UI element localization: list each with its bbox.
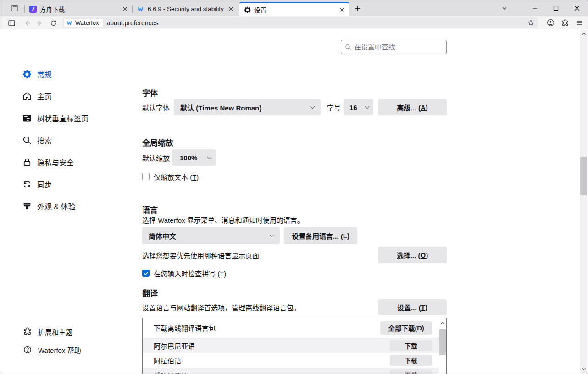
download-all-button[interactable]: 全部下载(D) [380,321,432,335]
spellcheck-checkbox[interactable] [142,270,150,277]
default-font-select[interactable]: 默认 (Times New Roman) [174,99,321,116]
sidebar-item-sync[interactable]: 同步 [22,173,137,195]
default-zoom-select[interactable]: 100% [172,149,216,166]
tab-close-icon[interactable] [338,6,345,13]
download-button[interactable]: 下载 [390,355,432,366]
tab-waterfox-release[interactable]: 6.6.9 - Security and stability imp [133,2,238,16]
default-font-value: 默认 (Times New Roman) [180,103,261,112]
tab-settings[interactable]: 设置 [239,2,349,16]
translation-settings-row: 设置语言与网站翻译首选项，管理离线翻译语言包。 设置... (T) [142,299,447,315]
fonts-row: 默认字体 默认 (Times New Roman) 字号 16 高级... (A… [142,99,447,116]
url-bar[interactable]: Waterfox about:preferences [63,17,538,28]
language-row-estonian[interactable]: 爱沙尼亚语 下载 [143,368,439,374]
chevron-down-icon [270,233,274,237]
sidebar-item-appearance[interactable]: 外观 & 体验 [22,195,137,217]
ui-language-value: 简体中文 [149,231,176,241]
minimize-button[interactable] [524,0,545,16]
gear-icon [244,6,251,13]
sidebar-item-home[interactable]: 主页 [22,85,137,107]
tab-close-icon[interactable] [122,6,128,12]
translation-language-list: 下载离线翻译语言包 全部下载(D) 阿尔巴尼亚语 下载 阿拉伯语 下载 爱沙尼亚… [142,318,447,374]
button-label: 选择... ( [397,250,421,260]
translation-list-header: 下载离线翻译语言包 全部下载(D) [143,318,439,338]
scroll-up-icon[interactable] [580,31,587,37]
help-icon [23,346,32,354]
button-label: 下载 [405,341,417,350]
translation-list-content: 下载离线翻译语言包 全部下载(D) 阿尔巴尼亚语 下载 阿拉伯语 下载 爱沙尼亚… [143,318,439,374]
forward-button[interactable] [34,18,44,28]
button-label: ) [425,303,427,311]
button-label: ) [422,324,424,332]
plus-icon [355,6,361,11]
font-size-label: 字号 [327,103,341,112]
download-button[interactable]: 下载 [390,369,432,374]
fonts-advanced-button[interactable]: 高级... (A) [378,99,447,116]
zoom-section-title: 全局缩放 [142,137,173,148]
settings-search-box[interactable] [341,40,447,54]
sidebar-item-extensions-themes[interactable]: 扩展和主题 [23,322,138,341]
sidebar-item-search[interactable]: 搜索 [22,129,137,151]
navigation-toolbar: Waterfox about:preferences [0,16,588,29]
gear-icon [22,70,32,79]
reload-button[interactable] [48,18,58,28]
scrollbar-thumb[interactable] [439,329,446,355]
menu-button[interactable] [576,19,583,27]
tab-close-icon[interactable] [227,6,234,12]
settings-sidebar: 常规 主页 树状垂直标签页 搜索 隐私与安全 同步 外观 & 体验 [22,63,137,217]
tab-title: 方舟下载 [40,5,118,14]
sidebar-item-privacy-security[interactable]: 隐私与安全 [22,151,137,173]
scrollbar-thumb[interactable] [580,157,587,195]
access-key: T [220,270,224,278]
maximize-button[interactable] [545,0,566,16]
sidebar-item-general[interactable]: 常规 [22,63,137,85]
sidebar-item-label: 主页 [37,91,52,102]
list-all-tabs-button[interactable] [499,3,510,14]
tab-title: 6.6.9 - Security and stability imp [148,6,224,12]
text-only-zoom-checkbox[interactable] [142,173,150,180]
account-button[interactable] [547,19,555,27]
access-key: O [421,251,426,259]
site-identity-chip[interactable]: Waterfox [64,19,103,27]
extensions-button[interactable] [561,19,569,27]
scroll-down-icon[interactable] [580,366,587,372]
language-row-albanian[interactable]: 阿尔巴尼亚语 下载 [143,338,439,353]
label-part: 仅缩放文本 ( [154,173,192,181]
sidebar-item-label: 搜索 [37,135,52,146]
sidebar-item-tree-tabs[interactable]: 树状垂直标签页 [22,107,137,129]
settings-search-input[interactable] [341,43,446,51]
button-label: ) [347,232,349,240]
language-name: 阿尔巴尼亚语 [154,341,195,351]
download-button[interactable]: 下载 [390,340,432,351]
list-scrollbar[interactable] [439,318,446,374]
search-icon [22,136,32,145]
ui-language-select[interactable]: 简体中文 [142,227,280,244]
default-zoom-label: 默认缩放 [142,153,170,163]
page-language-text: 选择您想要优先使用哪种语言显示页面 [142,250,259,260]
choose-language-button[interactable]: 选择... (O) [378,247,447,263]
sidebar-toggle-button[interactable] [6,18,17,28]
access-key: L [343,232,347,240]
translation-description: 设置语言与网站翻译首选项，管理离线翻译语言包。 [142,302,300,312]
access-key: T [421,303,425,311]
tab-ark-download[interactable]: 方舟下载 [25,2,132,16]
access-key: T [192,173,196,181]
scroll-up-icon[interactable] [439,320,446,326]
chip-label: Waterfox [75,19,99,26]
new-tab-button[interactable] [351,2,364,15]
bookmark-star-icon[interactable] [527,19,534,26]
label-part: 在您输入时检查拼写 ( [154,270,220,278]
spellcheck-row: 在您输入时检查拼写 (T) [142,269,226,278]
back-button[interactable] [22,18,32,28]
close-window-button[interactable] [566,0,588,16]
language-section-title: 语言 [142,204,158,215]
translation-settings-button[interactable]: 设置... (T) [378,299,447,315]
set-alternatives-button[interactable]: 设置备用语言... (L) [284,227,357,244]
button-label: 高级... ( [397,103,421,112]
chevron-down-icon [207,154,212,159]
firefox-view-button[interactable] [8,2,22,14]
language-row-arabic[interactable]: 阿拉伯语 下载 [143,353,439,368]
checkbox-label: 在您输入时检查拼写 (T) [154,269,226,278]
font-size-select[interactable]: 16 [344,99,373,116]
sidebar-item-help[interactable]: Waterfox 帮助 [23,341,138,359]
page-scrollbar[interactable] [580,30,587,373]
